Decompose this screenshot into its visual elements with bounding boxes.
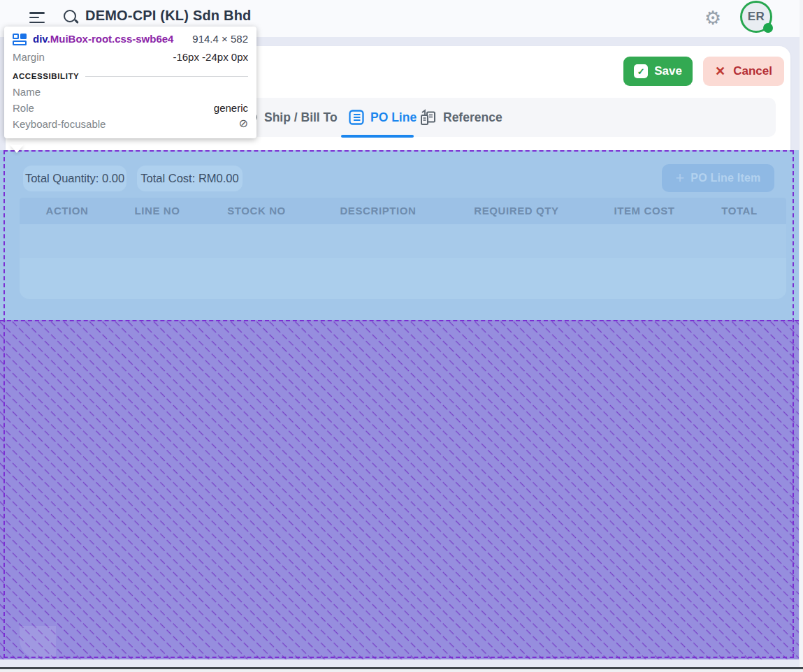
online-status-dot <box>763 23 773 33</box>
search-handle <box>74 19 79 24</box>
reference-tab-icon <box>419 109 437 126</box>
app-page: DEMO-CPI (KL) Sdn Bhd ⚙ ER ✓ Save ✕ Canc… <box>0 0 803 672</box>
a11y-role-value: generic <box>214 102 248 114</box>
company-title: DEMO-CPI (KL) Sdn Bhd <box>85 8 252 24</box>
selector-tag: div <box>33 33 48 45</box>
tab-ship-bill-to-label: Ship / Bill To <box>264 110 338 125</box>
menu-icon[interactable] <box>29 12 46 24</box>
search-icon[interactable] <box>63 9 80 26</box>
save-check-icon: ✓ <box>634 64 648 78</box>
selector-classes: .MuiBox-root.css-swb6e4 <box>48 33 174 45</box>
margin-label: Margin <box>13 51 45 63</box>
a11y-role-label: Role <box>13 102 34 114</box>
window-bottom-gap <box>0 669 803 672</box>
accessibility-section-label: ACCESSIBILITY <box>13 72 79 80</box>
tooltip-pointer <box>10 145 24 153</box>
right-edge-strip <box>800 0 803 672</box>
element-dimensions: 914.4 × 582 <box>192 33 248 45</box>
cancel-x-icon: ✕ <box>715 64 725 79</box>
active-tab-underline <box>341 135 414 138</box>
not-focusable-icon: ⊘ <box>239 118 248 130</box>
a11y-name-label: Name <box>13 86 41 98</box>
tab-reference[interactable]: Reference <box>419 98 502 137</box>
tab-po-line[interactable]: PO Line <box>348 98 417 137</box>
settings-gear-icon[interactable]: ⚙ <box>704 6 721 31</box>
tab-ship-bill-to[interactable]: Ship / Bill To <box>264 98 338 137</box>
margin-value: -16px -24px 0px <box>173 51 248 63</box>
a11y-keyboard-label: Keyboard-focusable <box>13 118 106 130</box>
save-button[interactable]: ✓ Save <box>623 57 693 86</box>
element-selector: div.MuiBox-root.css-swb6e4 <box>33 33 173 45</box>
save-label: Save <box>654 64 682 78</box>
tab-reference-label: Reference <box>443 110 502 125</box>
element-badge-icon <box>13 34 27 45</box>
cancel-label: Cancel <box>733 64 772 78</box>
section-divider <box>85 76 248 77</box>
tab-po-line-label: PO Line <box>370 110 417 125</box>
cancel-button[interactable]: ✕ Cancel <box>703 57 784 86</box>
avatar-initials: ER <box>748 10 765 24</box>
devtools-inspect-tooltip: div.MuiBox-root.css-swb6e4 914.4 × 582 M… <box>4 27 256 138</box>
po-line-tab-icon <box>348 109 365 126</box>
